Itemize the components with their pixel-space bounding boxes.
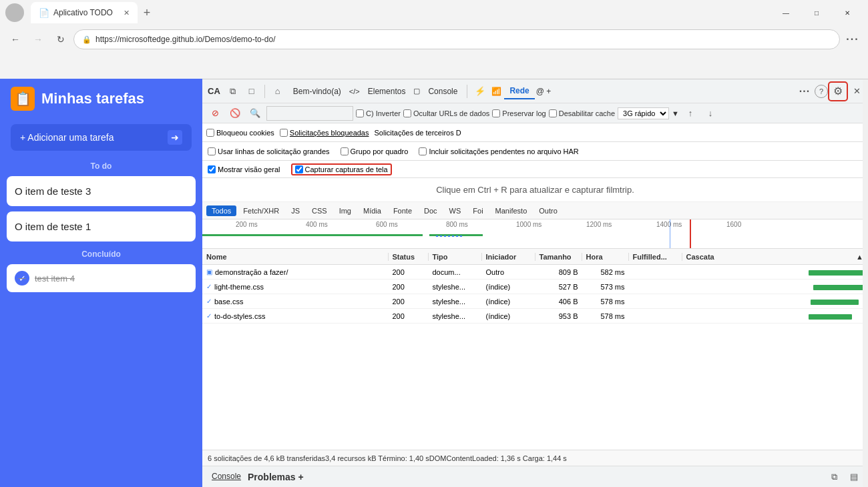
waterfall-4 [682,312,869,321]
invert-checkbox-label[interactable]: C) Inverter [356,109,401,117]
blocked-cookies-label[interactable]: Bloqueou cookies [206,129,274,137]
header-nome: Nome [202,253,389,261]
pending-label[interactable]: Incluir solicitações pendentes no arquiv… [419,147,578,155]
forward-button[interactable]: → [28,29,48,49]
todo-section-label: To do [0,156,202,173]
preserve-log-checkbox[interactable] [492,109,500,117]
rede-at-label: @ + [536,87,552,96]
filter-tab-manifesto[interactable]: Manifesto [490,205,533,216]
download-icon[interactable]: ↓ [702,105,719,122]
header-cascata: Cascata ▲ [682,253,869,261]
todo-item-1[interactable]: O item de teste 3 [7,176,196,206]
filter-tab-css[interactable]: CSS [306,205,333,216]
close-button[interactable]: ✕ [832,2,863,23]
blocked-cookies-checkbox[interactable] [206,129,214,137]
filter-tab-js[interactable]: JS [286,205,305,216]
disable-cache-checkbox[interactable] [549,109,557,117]
disable-cache-checkbox-label[interactable]: Desabilitar cache [549,109,615,117]
undock-icon[interactable]: □ [243,83,260,100]
completed-item-1[interactable]: ✓ test item 4 [7,264,196,292]
network-row[interactable]: ▣ demonstração a fazer/ 200 docum... Out… [202,265,868,280]
capture-screenshots-highlight: Capturar capturas de tela [291,163,392,175]
invert-checkbox[interactable] [356,109,364,117]
overview-label[interactable]: Mostrar visão geral [208,165,280,173]
devtools-help-button[interactable]: ? [815,85,828,98]
completed-item-text: test item 4 [35,274,75,284]
add-task-arrow-icon: ➜ [168,130,182,145]
tab-console[interactable]: Console [423,84,463,99]
network-row[interactable]: ✓ to-do-styles.css 200 styleshe... (índi… [202,309,868,324]
back-button[interactable]: ← [5,29,25,49]
filter-icon[interactable]: 🔍 [246,105,264,122]
speed-select[interactable]: 3G rápido [618,107,669,119]
tl-blue-line [670,219,670,249]
refresh-button[interactable]: ↻ [51,29,71,49]
tl-1600: 1600 [726,221,741,228]
network-row[interactable]: ✓ base.css 200 styleshe... (índice) 406 … [202,294,868,309]
tab-elementos[interactable]: Elementos [363,84,411,99]
browser-tab[interactable]: 📄 Aplicativo TODO ✕ [31,2,138,23]
home-icon[interactable]: ⌂ [269,83,286,100]
tl-1200: 1200 ms [586,221,612,228]
upload-icon[interactable]: ↑ [682,105,699,122]
devtools-ca-label: CA [205,86,223,96]
clear-icon[interactable]: 🚫 [226,105,244,122]
filter-tab-img[interactable]: Img [334,205,357,216]
filter-tab-fetchxhr[interactable]: Fetch/XHR [238,205,284,216]
devtools-settings-button[interactable]: ⚙ [829,83,847,100]
filter-tab-outro[interactable]: Outro [533,205,563,216]
header-tipo: Tipo [429,253,482,261]
tab-bem-vindo[interactable]: Bem-vindo(a) [288,84,347,99]
console-tab-button[interactable]: Console [208,470,245,484]
new-tab-button[interactable]: + [138,3,156,22]
header-tamanho: Tamanho [535,253,582,261]
blocked-requests-checkbox[interactable] [280,129,288,137]
overview-checkbox[interactable] [208,165,216,173]
devtools-more-button[interactable]: ··· [796,83,813,100]
filter-tab-foi[interactable]: Foi [467,205,488,216]
pending-checkbox[interactable] [419,147,427,155]
hide-urls-checkbox-label[interactable]: Ocultar URLs de dados [403,109,489,117]
tl-400: 400 ms [306,221,328,228]
capture-screenshots-label[interactable]: Capturar capturas de tela [295,165,388,173]
tab-console-icon: ▢ [412,84,421,98]
profile-avatar[interactable] [5,3,24,22]
group-by-frame-label[interactable]: Grupo por quadro [341,147,409,155]
capture-screenshots-checkbox[interactable] [295,165,303,173]
waterfall-3 [682,297,869,306]
tab-favicon: 📄 [39,8,49,18]
stop-recording-icon[interactable]: ⊘ [206,105,224,122]
dropdown-icon[interactable]: ▼ [672,109,679,117]
filter-tab-todos[interactable]: Todos [206,205,236,216]
large-rows-label[interactable]: Usar linhas de solicitação grandes [208,147,330,155]
filter-tab-ws[interactable]: WS [444,205,467,216]
add-task-button[interactable]: + Adicionar uma tarefa ➜ [11,124,192,151]
filter-input[interactable] [266,106,353,121]
lock-icon: 🔒 [82,35,91,44]
dock-bottom-icon[interactable]: ▤ [845,468,863,486]
header-status: Status [389,253,429,261]
preserve-log-checkbox-label[interactable]: Preservar log [492,109,546,117]
large-rows-checkbox[interactable] [208,147,216,155]
minimize-button[interactable]: — [771,2,801,23]
dock-icon[interactable]: ⧉ [224,83,242,100]
hide-urls-checkbox[interactable] [403,109,411,117]
blocked-requests-label[interactable]: Solicitações bloqueadas [280,129,369,137]
browser-more-button[interactable]: ··· [843,29,863,49]
group-by-frame-checkbox[interactable] [341,147,349,155]
performance-icon[interactable]: ⚡ [471,83,489,100]
filter-tab-font[interactable]: Fonte [388,205,417,216]
network-row[interactable]: ✓ light-theme.css 200 styleshe... (índic… [202,280,868,294]
tl-800: 800 ms [446,221,468,228]
pop-out-icon[interactable]: ⧉ [825,468,843,486]
todo-item-2[interactable]: O item de teste 1 [7,211,196,241]
problems-button[interactable]: Problemas + [248,472,304,482]
tab-close-icon[interactable]: ✕ [124,9,130,17]
tab-rede[interactable]: Rede [504,83,534,99]
network-status-bar: 6 solicitações de 4,6 kB transferidas3,4… [202,450,868,466]
filter-tab-media[interactable]: Mídia [358,205,387,216]
maximize-button[interactable]: □ [801,2,832,23]
row-css2-icon: ✓ [206,298,212,305]
filter-tab-doc[interactable]: Doc [419,205,443,216]
address-bar[interactable]: 🔒 https://microsoftedge.github.io/Demos/… [73,29,840,49]
